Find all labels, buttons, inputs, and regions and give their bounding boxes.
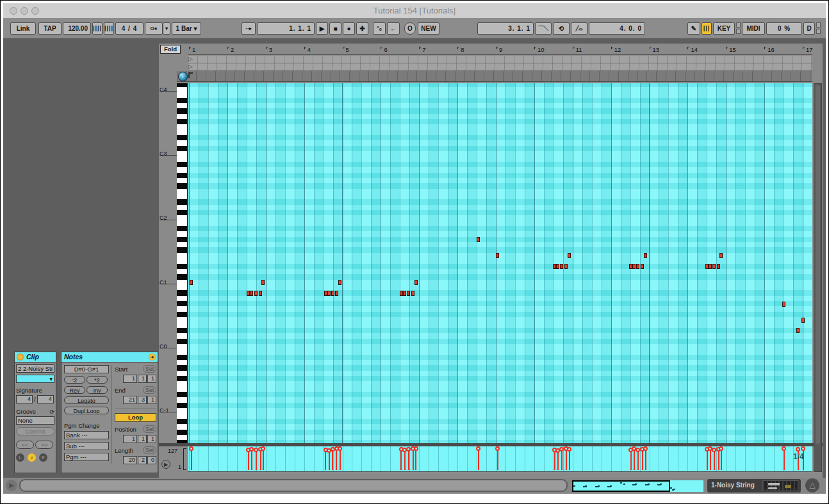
next-clip-button[interactable]: >> xyxy=(35,441,53,449)
scrub-area[interactable]: ↕ xyxy=(177,71,812,82)
black-key[interactable] xyxy=(177,301,188,306)
midi-note-A#0[interactable] xyxy=(411,291,414,296)
sub-bank-select[interactable]: Sub --- xyxy=(64,442,109,450)
white-key[interactable] xyxy=(177,397,188,402)
envelopes-box-tab[interactable]: E xyxy=(39,453,47,462)
midi-note-F0[interactable] xyxy=(801,318,805,323)
midi-note-C1[interactable] xyxy=(261,280,265,285)
velocity-stem[interactable] xyxy=(191,449,192,470)
white-key[interactable] xyxy=(177,360,188,365)
draw-mode-button[interactable]: ✎ xyxy=(687,22,700,35)
velocity-head[interactable] xyxy=(782,446,786,451)
velocity-stem[interactable] xyxy=(637,450,639,470)
white-key[interactable] xyxy=(177,285,188,290)
velocity-stem[interactable] xyxy=(566,449,567,470)
position-bar-field[interactable]: 1 xyxy=(123,435,137,443)
session-record-button[interactable]: O xyxy=(404,22,416,35)
velocity-stem[interactable] xyxy=(718,450,719,470)
start-sixteenth-field[interactable]: 1 xyxy=(147,375,156,383)
velocity-head[interactable] xyxy=(495,446,500,451)
velocity-stem[interactable] xyxy=(710,449,711,470)
signature-numerator[interactable]: 4 xyxy=(16,395,33,403)
velocity-stem[interactable] xyxy=(325,450,326,470)
velocity-head[interactable] xyxy=(719,446,723,451)
midi-note-D#1[interactable] xyxy=(556,264,559,269)
white-key[interactable] xyxy=(177,253,188,258)
position-beat-field[interactable]: 1 xyxy=(138,435,147,443)
fold-button[interactable]: Fold xyxy=(160,45,181,54)
white-key[interactable] xyxy=(177,87,188,92)
velocity-stem[interactable] xyxy=(256,450,257,470)
white-key[interactable] xyxy=(177,269,188,274)
midi-note-F1[interactable] xyxy=(496,253,499,258)
notes-panel-header[interactable]: Notes ➔ xyxy=(62,352,158,362)
duplicate-loop-button[interactable]: Dupl.Loop xyxy=(64,407,109,414)
black-key[interactable] xyxy=(177,339,188,344)
time-signature-display[interactable]: 4 / 4 xyxy=(115,22,144,35)
punch-out-button[interactable]: ╱⌓ xyxy=(571,22,587,35)
midi-note-D#1[interactable] xyxy=(717,264,720,269)
arrangement-position-display[interactable]: 1. 1. 1 xyxy=(257,22,315,35)
white-key[interactable] xyxy=(177,103,188,108)
clip-name-field[interactable]: 2 2-Noisy Str xyxy=(16,364,54,373)
halve-time-button[interactable]: :2 xyxy=(64,376,85,384)
pgm-select[interactable]: Pgm --- xyxy=(64,453,109,461)
velocity-stem[interactable] xyxy=(332,450,333,470)
midi-note-G#1[interactable] xyxy=(477,237,480,242)
fold-arrow-icon[interactable]: ➔ xyxy=(149,354,156,361)
white-key[interactable] xyxy=(177,189,188,194)
white-key[interactable] xyxy=(177,381,188,386)
clip-panel-header[interactable]: Clip xyxy=(15,352,56,362)
midi-note-F1[interactable] xyxy=(644,253,647,258)
white-key[interactable] xyxy=(177,371,188,376)
midi-note-C1[interactable] xyxy=(414,280,418,285)
velocity-stem[interactable] xyxy=(721,449,722,470)
midi-note-C1[interactable] xyxy=(338,280,341,285)
midi-note-D#0[interactable] xyxy=(796,328,800,333)
signature-denominator[interactable]: 4 xyxy=(37,395,54,403)
velocity-stem[interactable] xyxy=(404,450,406,470)
midi-note-A#0[interactable] xyxy=(403,291,406,296)
title-bar[interactable]: Tutorial 154 [Tutorials] xyxy=(3,3,826,19)
velocity-stem[interactable] xyxy=(634,449,635,470)
black-key[interactable] xyxy=(177,98,188,103)
end-sixteenth-field[interactable]: 1 xyxy=(147,396,156,404)
velocity-stem[interactable] xyxy=(415,449,416,470)
white-key[interactable] xyxy=(177,322,188,327)
white-key[interactable] xyxy=(177,435,188,440)
white-key[interactable] xyxy=(177,408,188,413)
black-key[interactable] xyxy=(177,355,188,360)
position-set-button[interactable]: Set xyxy=(143,425,156,433)
black-key[interactable] xyxy=(177,403,188,408)
double-time-button[interactable]: *2 xyxy=(86,376,108,384)
record-button[interactable]: ● xyxy=(343,22,355,35)
velocity-stem[interactable] xyxy=(251,450,252,470)
punch-in-button[interactable]: ⌒╲ xyxy=(535,22,552,35)
length-beat-field[interactable]: 2 xyxy=(138,456,147,464)
velocity-stem[interactable] xyxy=(784,449,785,470)
velocity-stem[interactable] xyxy=(645,449,646,470)
midi-note-D#1[interactable] xyxy=(712,264,716,269)
computer-midi-keyboard-button[interactable]: ||| xyxy=(702,22,712,35)
midi-note-D#1[interactable] xyxy=(560,264,563,269)
launch-box-tab[interactable]: L xyxy=(16,453,24,462)
white-key[interactable] xyxy=(177,130,188,135)
loop-switch-button[interactable]: ⟲ xyxy=(553,22,570,35)
midi-map-button[interactable]: MIDI xyxy=(742,22,765,35)
clip-overview-minimap[interactable] xyxy=(572,480,703,492)
loop-switch[interactable]: Loop xyxy=(115,413,156,422)
length-sixteenth-field[interactable]: 0 xyxy=(147,456,156,464)
velocity-stem[interactable] xyxy=(707,450,708,470)
black-key[interactable] xyxy=(177,237,188,242)
black-key[interactable] xyxy=(177,210,188,215)
start-bar-field[interactable]: 1 xyxy=(123,375,137,383)
white-key[interactable] xyxy=(177,333,188,338)
black-key[interactable] xyxy=(177,328,188,333)
midi-note-F1[interactable] xyxy=(719,253,723,258)
punch-length-display[interactable]: 4. 0. 0 xyxy=(589,22,645,35)
black-key[interactable] xyxy=(177,135,188,140)
vertical-scrollbar-thumb[interactable] xyxy=(816,85,820,444)
black-key[interactable] xyxy=(177,162,188,167)
note-grid[interactable] xyxy=(188,83,812,443)
help-play-icon[interactable]: ▶ xyxy=(6,480,17,491)
